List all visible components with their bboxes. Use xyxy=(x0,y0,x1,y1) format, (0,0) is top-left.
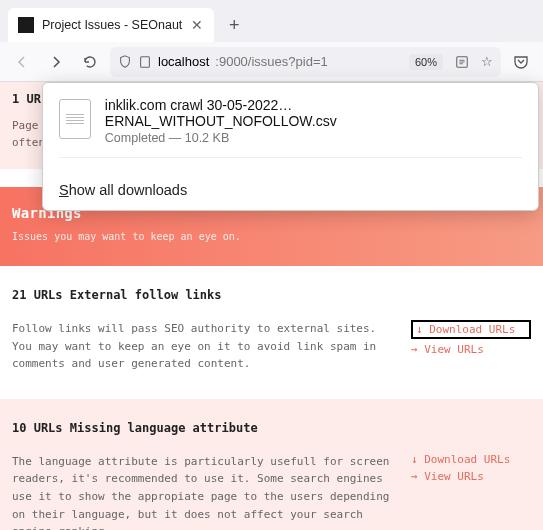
tab-bar: Project Issues - SEOnaut ✕ + xyxy=(0,0,543,42)
forward-button[interactable] xyxy=(42,48,70,76)
issue-actions: ↓ Download URLs → View URLs xyxy=(411,453,531,530)
download-urls-link[interactable]: ↓ Download URLs xyxy=(411,320,531,339)
url-host: localhost xyxy=(158,54,209,69)
issue-description: The language attribute is particularly u… xyxy=(12,453,393,530)
issue-actions: ↓ Download URLs → View URLs xyxy=(411,320,531,373)
bookmark-icon[interactable]: ☆ xyxy=(481,54,493,69)
view-urls-link[interactable]: → View URLs xyxy=(411,470,531,483)
warnings-subtitle: Issues you may want to keep an eye on. xyxy=(12,231,531,242)
pocket-icon[interactable] xyxy=(507,48,535,76)
issue-block: 10 URLs Missing language attribute The l… xyxy=(0,399,543,530)
view-urls-link[interactable]: → View URLs xyxy=(411,343,531,356)
browser-tab[interactable]: Project Issues - SEOnaut ✕ xyxy=(8,8,214,42)
tab-title: Project Issues - SEOnaut xyxy=(42,18,182,32)
downloads-panel: inklik.com crawl 30-05-2022…ERNAL_WITHOU… xyxy=(42,82,539,211)
file-icon xyxy=(59,99,91,139)
url-bar[interactable]: localhost:9000/issues?pid=1 60% ☆ xyxy=(110,47,501,77)
issue-title: 21 URLs External follow links xyxy=(12,288,531,302)
download-urls-link[interactable]: ↓ Download URLs xyxy=(411,453,531,466)
download-status: Completed — 10.2 KB xyxy=(105,131,522,145)
issue-description: Follow links will pass SEO authority to … xyxy=(12,320,393,373)
toolbar: localhost:9000/issues?pid=1 60% ☆ xyxy=(0,42,543,82)
tab-favicon xyxy=(18,17,34,33)
url-path: :9000/issues?pid=1 xyxy=(215,54,327,69)
shield-icon xyxy=(118,55,132,69)
show-all-downloads[interactable]: Show all downloads xyxy=(59,178,522,198)
close-icon[interactable]: ✕ xyxy=(190,18,204,32)
issue-block: 21 URLs External follow links Follow lin… xyxy=(0,266,543,399)
reload-button[interactable] xyxy=(76,48,104,76)
download-item[interactable]: inklik.com crawl 30-05-2022…ERNAL_WITHOU… xyxy=(59,97,522,145)
zoom-level[interactable]: 60% xyxy=(409,54,443,70)
download-filename: inklik.com crawl 30-05-2022…ERNAL_WITHOU… xyxy=(105,97,522,129)
back-button[interactable] xyxy=(8,48,36,76)
reader-icon[interactable] xyxy=(455,55,469,69)
page-icon xyxy=(138,55,152,69)
new-tab-button[interactable]: + xyxy=(220,11,248,39)
issue-title: 10 URLs Missing language attribute xyxy=(12,421,531,435)
svg-rect-0 xyxy=(141,56,150,67)
